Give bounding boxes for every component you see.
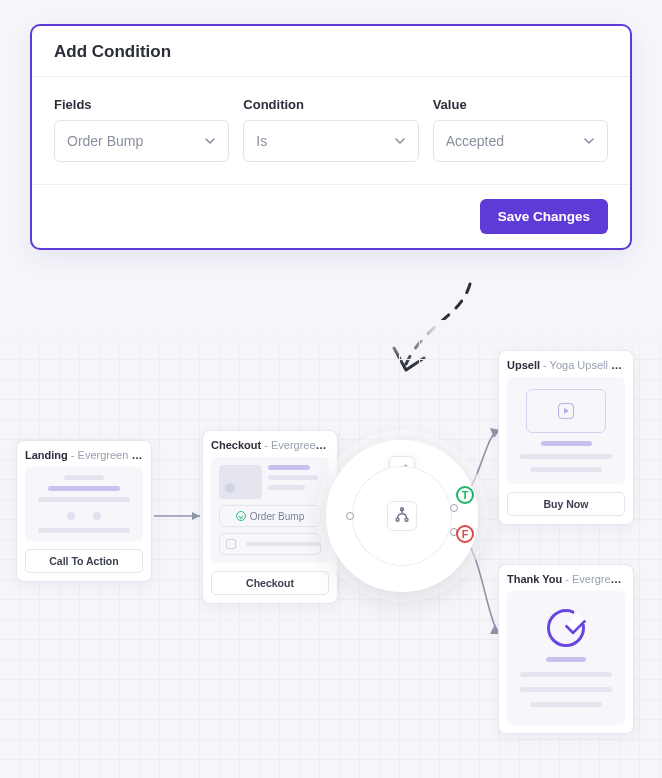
fields-value: Order Bump	[67, 133, 143, 149]
node-preview: Order Bump	[211, 457, 329, 563]
node-preview	[507, 377, 625, 484]
checkbox-row	[219, 533, 321, 555]
node-cta-button[interactable]: Call To Action	[25, 549, 143, 573]
node-title: Checkout - Evergreen Che…	[211, 439, 329, 451]
condition-value: Is	[256, 133, 267, 149]
true-port[interactable]	[450, 504, 458, 512]
node-landing[interactable]: Landing - Evergreen Lan… Call To Action	[16, 440, 152, 582]
node-upsell[interactable]: Upsell - Yoga Upsell Pr… Buy Now	[498, 350, 634, 525]
chevron-down-icon	[394, 135, 406, 147]
chevron-down-icon	[583, 135, 595, 147]
fields-select[interactable]: Order Bump	[54, 120, 229, 162]
condition-label: Condition	[243, 97, 418, 112]
image-placeholder-icon	[219, 465, 262, 499]
value-column: Value Accepted	[433, 97, 608, 162]
check-circle-icon	[236, 511, 246, 521]
svg-marker-0	[192, 512, 200, 520]
success-check-icon	[547, 609, 585, 647]
false-badge: F	[456, 525, 474, 543]
panel-footer: Save Changes	[32, 185, 630, 234]
node-title: Upsell - Yoga Upsell Pr…	[507, 359, 625, 371]
value-value: Accepted	[446, 133, 504, 149]
node-thankyou[interactable]: Thank You - Evergreen Tha…	[498, 564, 634, 734]
order-bump-pill: Order Bump	[219, 505, 321, 527]
node-checkout-button[interactable]: Checkout	[211, 571, 329, 595]
split-condition-node[interactable]: T F	[326, 440, 478, 592]
save-changes-button[interactable]: Save Changes	[480, 199, 608, 234]
node-checkout[interactable]: Checkout - Evergreen Che… Order Bump Che…	[202, 430, 338, 604]
play-icon	[558, 403, 574, 419]
fields-column: Fields Order Bump	[54, 97, 229, 162]
add-condition-panel: Add Condition Fields Order Bump Conditio…	[30, 24, 632, 250]
node-preview	[25, 467, 143, 541]
fields-label: Fields	[54, 97, 229, 112]
value-label: Value	[433, 97, 608, 112]
condition-column: Condition Is	[243, 97, 418, 162]
node-buy-button[interactable]: Buy Now	[507, 492, 625, 516]
condition-row: Fields Order Bump Condition Is Value Acc…	[32, 76, 630, 185]
svg-point-5	[396, 518, 399, 521]
funnel-canvas[interactable]: Landing - Evergreen Lan… Call To Action …	[0, 320, 662, 778]
node-title: Thank You - Evergreen Tha…	[507, 573, 625, 585]
input-port[interactable]	[346, 512, 354, 520]
condition-select[interactable]: Is	[243, 120, 418, 162]
video-placeholder	[526, 389, 606, 433]
checkbox-icon	[226, 539, 236, 549]
svg-point-6	[405, 518, 408, 521]
node-preview	[507, 591, 625, 725]
panel-title: Add Condition	[32, 42, 630, 76]
true-badge: T	[456, 486, 474, 504]
chevron-down-icon	[204, 135, 216, 147]
node-title: Landing - Evergreen Lan…	[25, 449, 143, 461]
value-select[interactable]: Accepted	[433, 120, 608, 162]
split-inner	[352, 466, 452, 566]
branch-icon	[387, 501, 417, 531]
